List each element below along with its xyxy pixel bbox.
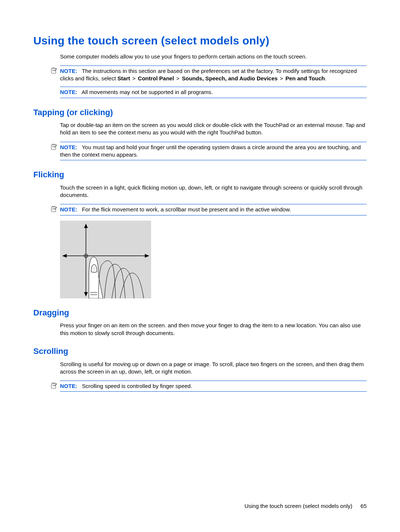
note-text: All movements may not be supported in al…: [81, 89, 213, 95]
note-label: NOTE:: [60, 144, 77, 150]
svg-rect-3: [51, 145, 56, 150]
note-period: .: [325, 75, 326, 81]
note-block-tapping: NOTE: You must tap and hold your finger …: [60, 142, 367, 161]
note-block-flicking: NOTE: For the flick movement to work, a …: [60, 204, 367, 215]
note-block-all-movements: NOTE: All movements may not be supported…: [60, 87, 367, 98]
heading-dragging: Dragging: [33, 307, 367, 318]
page-footer: Using the touch screen (select models on…: [244, 502, 367, 510]
note-icon: [51, 67, 57, 74]
note-label: NOTE:: [60, 89, 77, 95]
svg-point-17: [86, 255, 87, 256]
footer-title: Using the touch screen (select models on…: [244, 503, 352, 509]
path-pen-touch: Pen and Touch: [286, 75, 325, 81]
svg-rect-6: [51, 207, 56, 212]
svg-rect-20: [51, 384, 56, 388]
svg-rect-0: [51, 68, 56, 73]
note-label: NOTE:: [60, 68, 77, 74]
note-block-scrolling: NOTE: Scrolling speed is controlled by f…: [60, 381, 367, 392]
note-text: Scrolling speed is controlled by finger …: [82, 383, 192, 389]
flicking-body: Touch the screen in a light, quick flick…: [60, 184, 367, 199]
path-control-panel: Control Panel: [138, 75, 174, 81]
note-icon: [51, 144, 57, 150]
note-label: NOTE:: [60, 206, 77, 213]
path-start: Start: [117, 75, 130, 81]
page-heading: Using the touch screen (select models on…: [33, 33, 367, 48]
note-label: NOTE:: [60, 383, 77, 389]
note-icon: [51, 382, 57, 389]
tapping-body: Tap or double-tap an item on the screen …: [60, 121, 367, 137]
note-text: For the flick movement to work, a scroll…: [82, 206, 291, 213]
footer-page-number: 65: [360, 503, 367, 509]
heading-flicking: Flicking: [33, 169, 367, 180]
path-sounds: Sounds, Speech, and Audio Devices: [182, 75, 278, 81]
dragging-body: Press your finger on an item on the scre…: [60, 322, 367, 337]
intro-paragraph: Some computer models allow you to use yo…: [60, 53, 367, 60]
note-icon: [51, 206, 57, 213]
note-text: You must tap and hold your finger until …: [60, 144, 361, 158]
heading-scrolling: Scrolling: [33, 346, 367, 357]
document-page: Using the touch screen (select models on…: [0, 0, 400, 532]
heading-tapping: Tapping (or clicking): [33, 107, 367, 118]
note-block-factory-settings: NOTE: The instructions in this section a…: [60, 66, 367, 84]
flick-gesture-illustration: [60, 221, 151, 298]
settings-path: Start > Control Panel > Sounds, Speech, …: [117, 75, 325, 81]
scrolling-body: Scrolling is useful for moving up or dow…: [60, 361, 367, 376]
